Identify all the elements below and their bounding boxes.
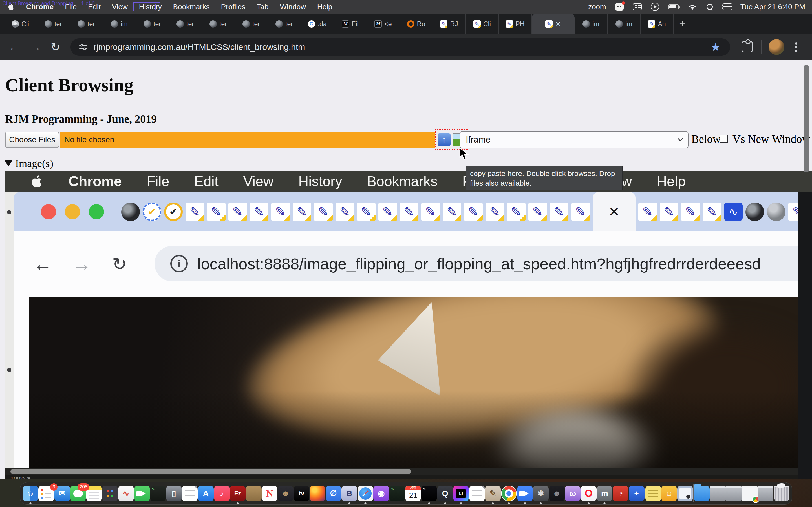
browser-tab-RJ[interactable]: ✎RJ: [433, 13, 466, 34]
dock-news-icon[interactable]: N: [262, 486, 277, 501]
dock-apple-tv-icon[interactable]: tv: [294, 486, 309, 501]
choose-files-button[interactable]: Choose Files: [5, 131, 59, 148]
browser-tab-im[interactable]: im: [574, 13, 608, 34]
dock-quicktime-icon[interactable]: Q: [437, 486, 453, 501]
browser-menu-icon[interactable]: [795, 42, 797, 45]
dock-firefox-icon[interactable]: [310, 486, 325, 501]
file-input-strip[interactable]: No file chosen: [60, 131, 435, 148]
dock-podcasts-icon[interactable]: ◉: [373, 486, 389, 501]
dock-downloads-folder-icon[interactable]: [694, 486, 710, 501]
dock-minimized-window-icon[interactable]: [710, 486, 726, 501]
zoom-menu-item[interactable]: zoom: [588, 3, 606, 11]
back-button[interactable]: ←: [8, 34, 20, 60]
notification-app-icon[interactable]: [615, 3, 624, 11]
browser-tab-ter[interactable]: ter: [202, 13, 235, 34]
browser-tab-active[interactable]: ✎✕: [532, 13, 574, 34]
battery-icon[interactable]: [668, 4, 679, 9]
dock-safari-icon[interactable]: [357, 486, 373, 501]
dock-terminal-icon[interactable]: >_: [150, 486, 166, 501]
dock-launchpad-icon[interactable]: [102, 486, 118, 501]
browser-tab-ter[interactable]: ter: [136, 13, 169, 34]
browser-tab-Cli[interactable]: Cli: [4, 13, 37, 34]
dock-lightbulb-app-icon[interactable]: ☼: [661, 486, 677, 501]
menu-item-window[interactable]: Window: [280, 3, 306, 11]
browser-tab-Fil[interactable]: MFil: [334, 13, 367, 34]
dock-chrome-icon[interactable]: [501, 486, 517, 501]
menu-item-help[interactable]: Help: [317, 3, 332, 11]
dock-bbedit-icon[interactable]: B: [342, 486, 357, 501]
menu-item-view[interactable]: View: [112, 3, 128, 11]
dock-mamp-icon[interactable]: m: [597, 486, 612, 501]
tab-close-icon[interactable]: ✕: [555, 20, 561, 28]
spotlight-search-icon[interactable]: [706, 3, 713, 10]
menu-bar-clock[interactable]: Tue Apr 21 6:40 PM: [741, 3, 805, 11]
dock-facetime-icon[interactable]: [134, 486, 150, 501]
dock-minimized-window-icon[interactable]: [726, 486, 742, 501]
window-manager-icon[interactable]: [633, 3, 642, 10]
profile-avatar[interactable]: [769, 39, 784, 55]
browser-tab-ter[interactable]: ter: [235, 13, 268, 34]
dock-reminders-icon[interactable]: 3: [38, 486, 54, 501]
dock-focus-app-icon[interactable]: ∅: [326, 486, 342, 501]
menu-item-tab[interactable]: Tab: [257, 3, 269, 11]
dock-music-icon[interactable]: ♪: [214, 486, 230, 501]
dock-document-app-icon[interactable]: [469, 486, 485, 501]
wifi-icon[interactable]: [688, 3, 697, 10]
forward-button[interactable]: →: [29, 34, 41, 60]
dock-gimp-icon[interactable]: ✎: [485, 486, 501, 501]
browser-tab-ter[interactable]: ter: [70, 13, 103, 34]
embedded-screenshot-image[interactable]: ChromeFileEditViewHistoryBookmarksProfil…: [5, 171, 812, 479]
browser-tab-ter[interactable]: ter: [37, 13, 70, 34]
dock-filezilla-icon[interactable]: Fz: [230, 486, 246, 501]
extensions-icon[interactable]: [742, 41, 753, 52]
images-disclosure[interactable]: Image(s): [4, 157, 53, 170]
dock-generic-brown-app-icon[interactable]: [246, 486, 262, 501]
menu-item-profiles[interactable]: Profiles: [221, 3, 246, 11]
browser-tab-Cli[interactable]: ✎Cli: [466, 13, 499, 34]
dock-minimized-window-icon[interactable]: [758, 486, 773, 501]
dock-terminal-3-icon[interactable]: >_: [421, 486, 437, 501]
dock-photo-booth-icon[interactable]: ☻: [549, 486, 565, 501]
browser-tab-PH[interactable]: ✎PH: [499, 13, 532, 34]
browser-tab-Ro[interactable]: Ro: [400, 13, 433, 34]
dock-trash-icon[interactable]: [774, 486, 790, 501]
site-settings-icon[interactable]: [79, 43, 87, 51]
browser-tab-ter[interactable]: ter: [268, 13, 301, 34]
browser-tab-.da[interactable]: G.da: [301, 13, 334, 34]
dock-textedit-icon[interactable]: [182, 486, 198, 501]
dock-app-store-icon[interactable]: A: [198, 486, 214, 501]
browser-tab-ter[interactable]: ter: [169, 13, 202, 34]
browser-tab-An[interactable]: ✎An: [641, 13, 673, 34]
menu-item-bookmarks[interactable]: Bookmarks: [173, 3, 210, 11]
dock-iphone-mirroring-icon[interactable]: ▯: [166, 486, 182, 501]
dock-stickies-icon[interactable]: [645, 486, 661, 501]
browser-tab-im[interactable]: im: [103, 13, 136, 34]
dock-intellij-idea-icon[interactable]: IJ: [453, 486, 469, 501]
bookmark-star-icon[interactable]: ★: [711, 34, 721, 60]
dock-system-settings-icon[interactable]: ✱: [533, 486, 549, 501]
dock-calendar-icon[interactable]: APR21: [405, 486, 421, 501]
dock-zoom-icon[interactable]: [517, 486, 533, 501]
dock-minimized-window-chrome-icon[interactable]: [742, 486, 758, 501]
address-bar[interactable]: rjmprogramming.com.au/HTMLCSS/client_bro…: [70, 38, 730, 56]
new-tab-button[interactable]: +: [673, 13, 691, 34]
reload-button[interactable]: ↻: [51, 34, 60, 60]
control-center-icon[interactable]: [722, 3, 731, 10]
dock-grapher-icon[interactable]: ∿: [118, 486, 134, 501]
browser-tab-im[interactable]: im: [608, 13, 641, 34]
display-target-select[interactable]: Iframe: [460, 131, 689, 149]
dock-cat-app-icon[interactable]: ω: [565, 486, 580, 501]
playback-icon[interactable]: [651, 3, 659, 11]
dock-speedtest-icon[interactable]: ◔: [613, 486, 628, 501]
dock-developer-tools-icon[interactable]: +: [629, 486, 645, 501]
url-text[interactable]: rjmprogramming.com.au/HTMLCSS/client_bro…: [94, 42, 305, 52]
dock-character-app-icon[interactable]: ☻: [278, 486, 294, 501]
vs-new-window-checkbox[interactable]: [719, 135, 728, 143]
browser-tab-<e[interactable]: M<e: [367, 13, 400, 34]
dock-slideshow-app-icon[interactable]: [677, 486, 693, 501]
dock-opera-icon[interactable]: O: [581, 486, 597, 501]
dock-terminal-2-icon[interactable]: >_: [389, 486, 405, 501]
dock-messages-icon[interactable]: 208: [70, 486, 86, 501]
dock-finder-icon[interactable]: ☺: [22, 486, 38, 501]
page-scrollbar-thumb[interactable]: [804, 65, 809, 172]
